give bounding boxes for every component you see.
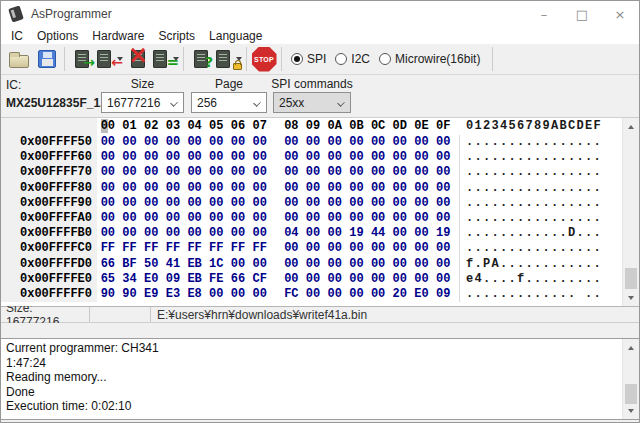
hex-byte[interactable]: 00 <box>411 241 433 256</box>
hex-byte[interactable]: 00 <box>140 181 162 196</box>
hex-byte[interactable]: 00 <box>324 150 346 165</box>
hex-byte[interactable]: 00 <box>205 165 227 180</box>
hex-byte[interactable]: 00 <box>162 165 184 180</box>
hex-byte[interactable]: 00 <box>281 257 303 272</box>
hex-byte[interactable]: EB <box>184 272 206 287</box>
hex-byte[interactable]: 00 <box>249 196 271 211</box>
hex-byte[interactable]: 00 <box>119 211 141 226</box>
hex-byte[interactable]: 00 <box>97 181 119 196</box>
hex-byte[interactable]: FF <box>249 241 271 256</box>
hex-byte[interactable]: 09 <box>162 272 184 287</box>
hex-byte[interactable]: 00 <box>346 241 368 256</box>
hex-byte[interactable]: 00 <box>389 211 411 226</box>
hex-byte[interactable]: FF <box>162 241 184 256</box>
hex-byte[interactable]: 00 <box>281 181 303 196</box>
hex-byte[interactable]: 00 <box>432 150 454 165</box>
hex-byte[interactable]: 09 <box>432 287 454 302</box>
hex-byte[interactable]: 00 <box>227 211 249 226</box>
hex-byte[interactable]: 00 <box>302 241 324 256</box>
hex-byte[interactable]: 00 <box>249 287 271 302</box>
protection-button[interactable] <box>215 46 243 72</box>
hex-byte[interactable]: 00 <box>411 150 433 165</box>
hex-byte[interactable]: 00 <box>184 226 206 241</box>
hex-byte[interactable]: 00 <box>205 226 227 241</box>
hex-byte[interactable]: FF <box>97 241 119 256</box>
hex-byte[interactable]: FF <box>205 241 227 256</box>
hex-byte[interactable]: 00 <box>227 287 249 302</box>
hex-byte[interactable]: 00 <box>302 135 324 150</box>
hex-byte[interactable]: E3 <box>162 287 184 302</box>
menu-scripts[interactable]: Scripts <box>151 29 202 43</box>
hex-byte[interactable]: 00 <box>367 272 389 287</box>
hex-byte[interactable]: 00 <box>389 196 411 211</box>
hex-byte[interactable]: 00 <box>411 257 433 272</box>
hex-byte[interactable]: 00 <box>389 150 411 165</box>
hex-byte[interactable]: 00 <box>389 272 411 287</box>
hex-byte[interactable]: 00 <box>205 150 227 165</box>
menu-options[interactable]: Options <box>30 29 85 43</box>
hex-byte[interactable]: 00 <box>367 150 389 165</box>
hex-byte[interactable]: 00 <box>411 196 433 211</box>
hex-byte[interactable]: 00 <box>367 241 389 256</box>
hex-byte[interactable]: 00 <box>162 181 184 196</box>
maximize-button[interactable]: □ <box>563 1 601 27</box>
hex-byte[interactable]: 00 <box>184 150 206 165</box>
hex-byte[interactable]: 00 <box>97 211 119 226</box>
hex-byte[interactable]: 00 <box>249 211 271 226</box>
hex-byte[interactable]: 00 <box>302 226 324 241</box>
splitter[interactable] <box>1 323 639 338</box>
hex-byte[interactable]: 34 <box>119 272 141 287</box>
log-scrollbar[interactable] <box>622 339 639 419</box>
verify-ic-button[interactable]: = <box>152 46 180 72</box>
hex-byte[interactable]: 00 <box>227 165 249 180</box>
read-ic-button[interactable]: → <box>68 46 96 72</box>
hex-byte[interactable]: 00 <box>119 135 141 150</box>
hex-byte[interactable]: 00 <box>346 196 368 211</box>
hex-byte[interactable]: 00 <box>302 272 324 287</box>
hex-byte[interactable]: 00 <box>140 135 162 150</box>
hex-byte[interactable]: 19 <box>432 226 454 241</box>
hex-byte[interactable]: 00 <box>367 181 389 196</box>
hex-byte[interactable]: 00 <box>367 135 389 150</box>
radio-microwire[interactable]: Microwire(16bit) <box>379 52 480 66</box>
hex-byte[interactable]: 00 <box>119 150 141 165</box>
hex-byte[interactable]: 00 <box>411 165 433 180</box>
erase-ic-button[interactable]: × <box>124 46 152 72</box>
hex-byte[interactable]: 00 <box>281 211 303 226</box>
hex-byte[interactable]: 00 <box>324 165 346 180</box>
hex-byte[interactable]: 00 <box>432 241 454 256</box>
hex-byte[interactable]: 1C <box>205 257 227 272</box>
hex-byte[interactable]: BF <box>119 257 141 272</box>
hex-byte[interactable]: 00 <box>184 181 206 196</box>
hex-byte[interactable]: 00 <box>389 226 411 241</box>
hex-byte[interactable]: 00 <box>249 257 271 272</box>
hex-byte[interactable]: 00 <box>389 181 411 196</box>
hex-byte[interactable]: 00 <box>324 287 346 302</box>
hex-byte[interactable]: 00 <box>302 150 324 165</box>
hex-byte[interactable]: 00 <box>432 196 454 211</box>
hex-byte[interactable]: 00 <box>249 150 271 165</box>
hex-byte[interactable]: 00 <box>324 135 346 150</box>
hex-byte[interactable]: 00 <box>346 150 368 165</box>
save-file-button[interactable] <box>33 46 61 72</box>
hex-byte[interactable]: 00 <box>367 287 389 302</box>
hex-byte[interactable]: 00 <box>324 257 346 272</box>
hex-byte[interactable]: 00 <box>346 272 368 287</box>
chevron-down-icon[interactable] <box>337 99 345 107</box>
hex-byte[interactable]: 00 <box>324 181 346 196</box>
hex-byte[interactable]: 41 <box>162 257 184 272</box>
menu-language[interactable]: Language <box>202 29 269 43</box>
hex-byte[interactable]: 00 <box>432 165 454 180</box>
hex-byte[interactable]: FF <box>227 241 249 256</box>
hex-byte[interactable]: 00 <box>119 226 141 241</box>
hex-byte[interactable]: 66 <box>97 257 119 272</box>
hex-byte[interactable]: E8 <box>184 287 206 302</box>
hex-byte[interactable]: 00 <box>227 257 249 272</box>
size-combobox[interactable]: 16777216 <box>101 92 184 113</box>
hex-byte[interactable]: 00 <box>302 165 324 180</box>
stop-button[interactable]: STOP <box>250 46 278 72</box>
hex-byte[interactable]: 00 <box>389 165 411 180</box>
hex-byte[interactable]: E0 <box>140 272 162 287</box>
hex-byte[interactable]: 00 <box>205 211 227 226</box>
hex-byte[interactable]: 00 <box>346 287 368 302</box>
